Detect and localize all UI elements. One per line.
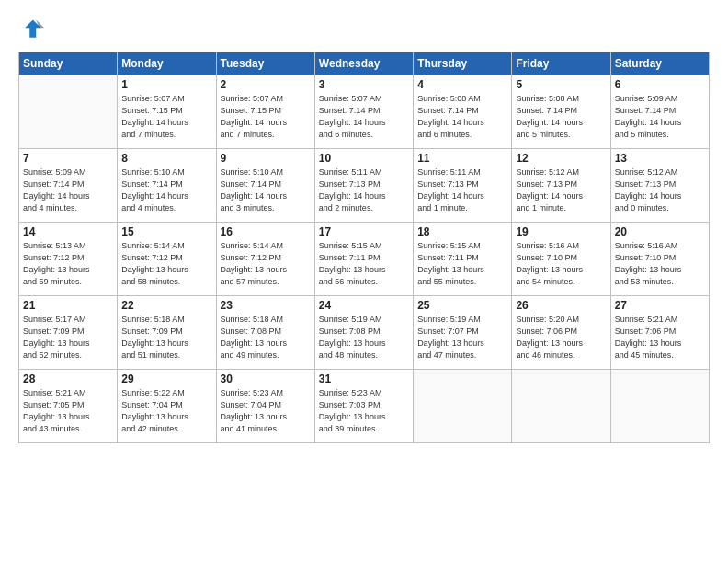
day-info: Sunrise: 5:15 AM Sunset: 7:11 PM Dayligh… (417, 240, 507, 288)
calendar-cell: 17Sunrise: 5:15 AM Sunset: 7:11 PM Dayli… (314, 223, 413, 296)
day-info: Sunrise: 5:07 AM Sunset: 7:15 PM Dayligh… (221, 93, 311, 141)
day-number: 19 (516, 225, 606, 238)
calendar-cell: 8Sunrise: 5:10 AM Sunset: 7:14 PM Daylig… (118, 149, 216, 223)
day-number: 17 (319, 225, 409, 238)
day-number: 23 (221, 299, 311, 312)
calendar-cell: 18Sunrise: 5:15 AM Sunset: 7:11 PM Dayli… (414, 223, 512, 296)
day-info: Sunrise: 5:09 AM Sunset: 7:14 PM Dayligh… (23, 167, 113, 214)
day-number: 20 (615, 225, 705, 238)
day-info: Sunrise: 5:14 AM Sunset: 7:12 PM Dayligh… (221, 240, 311, 288)
day-info: Sunrise: 5:12 AM Sunset: 7:13 PM Dayligh… (615, 167, 705, 214)
day-info: Sunrise: 5:07 AM Sunset: 7:15 PM Dayligh… (121, 93, 211, 141)
day-number: 1 (121, 78, 211, 91)
day-info: Sunrise: 5:16 AM Sunset: 7:10 PM Dayligh… (615, 240, 705, 288)
calendar-cell: 3Sunrise: 5:07 AM Sunset: 7:14 PM Daylig… (314, 75, 413, 149)
day-number: 31 (319, 373, 409, 385)
calendar-cell: 29Sunrise: 5:22 AM Sunset: 7:04 PM Dayli… (118, 370, 216, 443)
day-info: Sunrise: 5:08 AM Sunset: 7:14 PM Dayligh… (516, 93, 606, 141)
day-info: Sunrise: 5:17 AM Sunset: 7:09 PM Dayligh… (23, 314, 113, 362)
day-number: 24 (319, 299, 409, 312)
day-info: Sunrise: 5:18 AM Sunset: 7:08 PM Dayligh… (221, 314, 311, 362)
day-number: 25 (417, 299, 507, 312)
day-number: 12 (516, 152, 606, 165)
logo-icon (18, 17, 44, 42)
calendar-cell (19, 75, 118, 149)
day-info: Sunrise: 5:20 AM Sunset: 7:06 PM Dayligh… (516, 314, 606, 362)
day-number: 11 (417, 152, 507, 165)
day-info: Sunrise: 5:08 AM Sunset: 7:14 PM Dayligh… (417, 93, 507, 141)
calendar-cell: 9Sunrise: 5:10 AM Sunset: 7:14 PM Daylig… (216, 149, 314, 223)
day-number: 13 (615, 152, 705, 165)
day-info: Sunrise: 5:13 AM Sunset: 7:12 PM Dayligh… (23, 240, 113, 288)
page: SundayMondayTuesdayWednesdayThursdayFrid… (0, 0, 728, 563)
calendar-cell: 19Sunrise: 5:16 AM Sunset: 7:10 PM Dayli… (512, 223, 610, 296)
weekday-sunday: Sunday (19, 52, 118, 75)
day-number: 14 (23, 225, 113, 238)
day-info: Sunrise: 5:11 AM Sunset: 7:13 PM Dayligh… (319, 167, 409, 214)
calendar-cell: 27Sunrise: 5:21 AM Sunset: 7:06 PM Dayli… (610, 296, 709, 370)
calendar-cell: 11Sunrise: 5:11 AM Sunset: 7:13 PM Dayli… (414, 149, 512, 223)
weekday-friday: Friday (512, 52, 610, 75)
day-number: 15 (121, 225, 211, 238)
day-info: Sunrise: 5:19 AM Sunset: 7:08 PM Dayligh… (319, 314, 409, 362)
calendar-cell: 23Sunrise: 5:18 AM Sunset: 7:08 PM Dayli… (216, 296, 314, 370)
calendar-cell: 6Sunrise: 5:09 AM Sunset: 7:14 PM Daylig… (610, 75, 709, 149)
calendar-cell: 28Sunrise: 5:21 AM Sunset: 7:05 PM Dayli… (19, 370, 118, 443)
day-info: Sunrise: 5:10 AM Sunset: 7:14 PM Dayligh… (121, 167, 211, 214)
day-number: 6 (615, 78, 705, 91)
calendar-cell: 12Sunrise: 5:12 AM Sunset: 7:13 PM Dayli… (512, 149, 610, 223)
calendar-cell: 26Sunrise: 5:20 AM Sunset: 7:06 PM Dayli… (512, 296, 610, 370)
calendar-cell: 22Sunrise: 5:18 AM Sunset: 7:09 PM Dayli… (118, 296, 216, 370)
day-info: Sunrise: 5:16 AM Sunset: 7:10 PM Dayligh… (516, 240, 606, 288)
day-number: 7 (23, 152, 113, 165)
day-info: Sunrise: 5:23 AM Sunset: 7:03 PM Dayligh… (319, 387, 409, 435)
day-info: Sunrise: 5:22 AM Sunset: 7:04 PM Dayligh… (121, 387, 211, 435)
day-info: Sunrise: 5:12 AM Sunset: 7:13 PM Dayligh… (516, 167, 606, 214)
calendar-cell (610, 370, 709, 443)
calendar-cell: 15Sunrise: 5:14 AM Sunset: 7:12 PM Dayli… (118, 223, 216, 296)
week-row-4: 28Sunrise: 5:21 AM Sunset: 7:05 PM Dayli… (19, 370, 710, 443)
day-info: Sunrise: 5:15 AM Sunset: 7:11 PM Dayligh… (319, 240, 409, 288)
weekday-monday: Monday (118, 52, 216, 75)
calendar-cell: 5Sunrise: 5:08 AM Sunset: 7:14 PM Daylig… (512, 75, 610, 149)
week-row-2: 14Sunrise: 5:13 AM Sunset: 7:12 PM Dayli… (19, 223, 710, 296)
week-row-0: 1Sunrise: 5:07 AM Sunset: 7:15 PM Daylig… (19, 75, 710, 149)
day-number: 28 (23, 373, 113, 385)
calendar-cell: 24Sunrise: 5:19 AM Sunset: 7:08 PM Dayli… (314, 296, 413, 370)
weekday-tuesday: Tuesday (216, 52, 314, 75)
day-number: 4 (417, 78, 507, 91)
day-info: Sunrise: 5:10 AM Sunset: 7:14 PM Dayligh… (221, 167, 311, 214)
calendar-cell: 31Sunrise: 5:23 AM Sunset: 7:03 PM Dayli… (314, 370, 413, 443)
calendar-cell: 14Sunrise: 5:13 AM Sunset: 7:12 PM Dayli… (19, 223, 118, 296)
calendar-cell: 7Sunrise: 5:09 AM Sunset: 7:14 PM Daylig… (19, 149, 118, 223)
calendar-cell (512, 370, 610, 443)
calendar-cell: 4Sunrise: 5:08 AM Sunset: 7:14 PM Daylig… (414, 75, 512, 149)
weekday-thursday: Thursday (414, 52, 512, 75)
day-info: Sunrise: 5:07 AM Sunset: 7:14 PM Dayligh… (319, 93, 409, 141)
day-number: 18 (417, 225, 507, 238)
day-info: Sunrise: 5:11 AM Sunset: 7:13 PM Dayligh… (417, 167, 507, 214)
header (18, 17, 710, 42)
calendar-cell: 25Sunrise: 5:19 AM Sunset: 7:07 PM Dayli… (414, 296, 512, 370)
calendar-cell: 13Sunrise: 5:12 AM Sunset: 7:13 PM Dayli… (610, 149, 709, 223)
weekday-header-row: SundayMondayTuesdayWednesdayThursdayFrid… (19, 52, 710, 75)
day-number: 3 (319, 78, 409, 91)
day-number: 29 (121, 373, 211, 385)
calendar-cell (414, 370, 512, 443)
day-info: Sunrise: 5:21 AM Sunset: 7:05 PM Dayligh… (23, 387, 113, 435)
calendar-cell: 20Sunrise: 5:16 AM Sunset: 7:10 PM Dayli… (610, 223, 709, 296)
calendar-cell: 2Sunrise: 5:07 AM Sunset: 7:15 PM Daylig… (216, 75, 314, 149)
weekday-wednesday: Wednesday (314, 52, 413, 75)
week-row-3: 21Sunrise: 5:17 AM Sunset: 7:09 PM Dayli… (19, 296, 710, 370)
calendar-cell: 30Sunrise: 5:23 AM Sunset: 7:04 PM Dayli… (216, 370, 314, 443)
day-info: Sunrise: 5:23 AM Sunset: 7:04 PM Dayligh… (221, 387, 311, 435)
day-number: 16 (221, 225, 311, 238)
day-info: Sunrise: 5:18 AM Sunset: 7:09 PM Dayligh… (121, 314, 211, 362)
day-info: Sunrise: 5:14 AM Sunset: 7:12 PM Dayligh… (121, 240, 211, 288)
day-info: Sunrise: 5:21 AM Sunset: 7:06 PM Dayligh… (615, 314, 705, 362)
day-number: 5 (516, 78, 606, 91)
day-number: 9 (221, 152, 311, 165)
logo (18, 17, 48, 42)
week-row-1: 7Sunrise: 5:09 AM Sunset: 7:14 PM Daylig… (19, 149, 710, 223)
day-number: 2 (221, 78, 311, 91)
